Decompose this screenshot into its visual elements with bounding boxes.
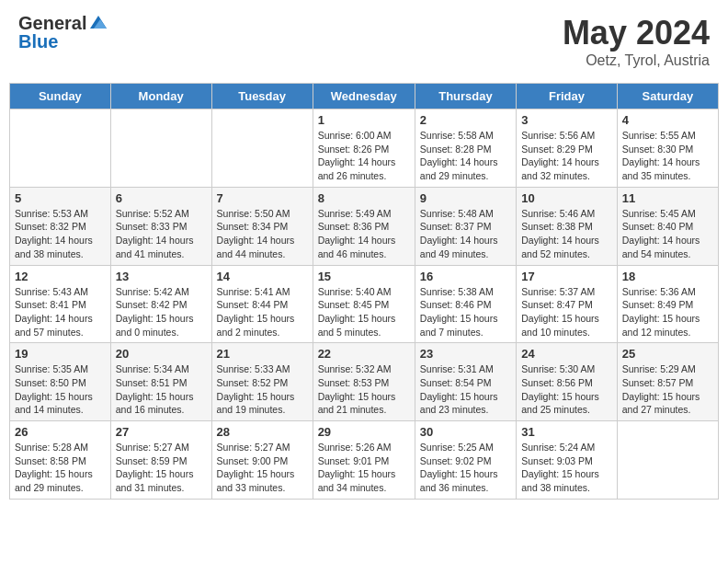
col-tuesday: Tuesday	[211, 84, 313, 109]
day-number: 11	[622, 191, 713, 205]
day-info: Sunrise: 5:24 AMSunset: 9:03 PMDaylight:…	[521, 441, 612, 495]
calendar-cell: 6Sunrise: 5:52 AMSunset: 8:33 PMDaylight…	[110, 187, 211, 265]
day-info: Sunrise: 5:28 AMSunset: 8:58 PMDaylight:…	[15, 441, 106, 495]
col-monday: Monday	[110, 84, 211, 109]
day-number: 20	[116, 347, 207, 361]
logo-icon	[88, 12, 108, 32]
calendar-cell	[10, 109, 111, 188]
day-info: Sunrise: 5:33 AMSunset: 8:52 PMDaylight:…	[217, 362, 308, 417]
calendar-cell: 25Sunrise: 5:29 AMSunset: 8:57 PMDayligh…	[617, 343, 718, 421]
day-info: Sunrise: 5:31 AMSunset: 8:54 PMDaylight:…	[420, 362, 511, 417]
day-number: 21	[217, 347, 308, 361]
day-info: Sunrise: 5:25 AMSunset: 9:02 PMDaylight:…	[420, 441, 511, 495]
day-number: 1	[318, 113, 410, 127]
calendar-cell: 30Sunrise: 5:25 AMSunset: 9:02 PMDayligh…	[415, 421, 516, 500]
title-section: May 2024 Oetz, Tyrol, Austria	[563, 14, 710, 69]
calendar-header-row: Sunday Monday Tuesday Wednesday Thursday…	[10, 84, 719, 109]
day-info: Sunrise: 5:45 AMSunset: 8:40 PMDaylight:…	[622, 207, 713, 261]
day-info: Sunrise: 5:58 AMSunset: 8:28 PMDaylight:…	[420, 129, 511, 183]
day-number: 23	[420, 347, 511, 361]
day-number: 10	[521, 191, 612, 205]
calendar-cell: 27Sunrise: 5:27 AMSunset: 8:59 PMDayligh…	[110, 421, 211, 500]
day-info: Sunrise: 6:00 AMSunset: 8:26 PMDaylight:…	[318, 129, 410, 183]
day-number: 31	[521, 425, 612, 439]
calendar-week-row: 19Sunrise: 5:35 AMSunset: 8:50 PMDayligh…	[10, 343, 719, 421]
day-info: Sunrise: 5:27 AMSunset: 8:59 PMDaylight:…	[116, 441, 207, 495]
day-info: Sunrise: 5:50 AMSunset: 8:34 PMDaylight:…	[217, 207, 308, 261]
day-info: Sunrise: 5:52 AMSunset: 8:33 PMDaylight:…	[116, 207, 207, 261]
calendar-cell: 2Sunrise: 5:58 AMSunset: 8:28 PMDaylight…	[415, 109, 516, 188]
calendar-cell: 4Sunrise: 5:55 AMSunset: 8:30 PMDaylight…	[617, 109, 718, 188]
calendar-cell: 13Sunrise: 5:42 AMSunset: 8:42 PMDayligh…	[110, 265, 211, 343]
day-number: 12	[15, 270, 106, 283]
logo-blue-text: Blue	[18, 32, 58, 51]
day-number: 13	[116, 270, 207, 283]
day-info: Sunrise: 5:38 AMSunset: 8:46 PMDaylight:…	[420, 285, 511, 339]
calendar-cell: 8Sunrise: 5:49 AMSunset: 8:36 PMDaylight…	[313, 187, 415, 265]
calendar-cell	[617, 421, 718, 500]
day-info: Sunrise: 5:56 AMSunset: 8:29 PMDaylight:…	[521, 129, 612, 183]
calendar-cell: 7Sunrise: 5:50 AMSunset: 8:34 PMDaylight…	[211, 187, 313, 265]
day-info: Sunrise: 5:26 AMSunset: 9:01 PMDaylight:…	[318, 441, 410, 495]
calendar-week-row: 26Sunrise: 5:28 AMSunset: 8:58 PMDayligh…	[10, 421, 719, 500]
calendar-cell: 24Sunrise: 5:30 AMSunset: 8:56 PMDayligh…	[517, 343, 618, 421]
calendar-cell: 22Sunrise: 5:32 AMSunset: 8:53 PMDayligh…	[313, 343, 415, 421]
calendar-cell: 16Sunrise: 5:38 AMSunset: 8:46 PMDayligh…	[415, 265, 516, 343]
day-info: Sunrise: 5:43 AMSunset: 8:41 PMDaylight:…	[15, 285, 106, 339]
day-number: 5	[15, 191, 106, 205]
day-number: 19	[15, 347, 106, 361]
day-info: Sunrise: 5:46 AMSunset: 8:38 PMDaylight:…	[521, 207, 612, 261]
calendar-cell: 26Sunrise: 5:28 AMSunset: 8:58 PMDayligh…	[10, 421, 111, 500]
day-info: Sunrise: 5:48 AMSunset: 8:37 PMDaylight:…	[420, 207, 511, 261]
day-info: Sunrise: 5:55 AMSunset: 8:30 PMDaylight:…	[622, 129, 713, 183]
logo-general-text: General	[18, 14, 86, 32]
day-number: 7	[217, 191, 308, 205]
day-number: 26	[15, 425, 106, 439]
day-number: 9	[420, 191, 511, 205]
day-number: 6	[116, 191, 207, 205]
day-number: 4	[622, 113, 713, 127]
calendar-table: Sunday Monday Tuesday Wednesday Thursday…	[9, 83, 719, 500]
day-info: Sunrise: 5:36 AMSunset: 8:49 PMDaylight:…	[622, 285, 713, 339]
day-number: 3	[521, 113, 612, 127]
calendar-cell: 11Sunrise: 5:45 AMSunset: 8:40 PMDayligh…	[617, 187, 718, 265]
day-number: 28	[217, 425, 308, 439]
day-number: 27	[116, 425, 207, 439]
calendar-cell: 18Sunrise: 5:36 AMSunset: 8:49 PMDayligh…	[617, 265, 718, 343]
day-number: 24	[521, 347, 612, 361]
day-info: Sunrise: 5:30 AMSunset: 8:56 PMDaylight:…	[521, 362, 612, 417]
calendar-cell: 10Sunrise: 5:46 AMSunset: 8:38 PMDayligh…	[517, 187, 618, 265]
day-number: 30	[420, 425, 511, 439]
day-info: Sunrise: 5:42 AMSunset: 8:42 PMDaylight:…	[116, 285, 207, 339]
day-info: Sunrise: 5:49 AMSunset: 8:36 PMDaylight:…	[318, 207, 410, 261]
day-number: 8	[318, 191, 410, 205]
calendar-cell: 15Sunrise: 5:40 AMSunset: 8:45 PMDayligh…	[313, 265, 415, 343]
day-info: Sunrise: 5:34 AMSunset: 8:51 PMDaylight:…	[116, 362, 207, 417]
col-wednesday: Wednesday	[313, 84, 415, 109]
day-number: 22	[318, 347, 410, 361]
calendar-cell: 14Sunrise: 5:41 AMSunset: 8:44 PMDayligh…	[211, 265, 313, 343]
day-number: 16	[420, 270, 511, 283]
location-subtitle: Oetz, Tyrol, Austria	[563, 52, 710, 69]
calendar-cell: 1Sunrise: 6:00 AMSunset: 8:26 PMDaylight…	[313, 109, 415, 188]
calendar-cell: 28Sunrise: 5:27 AMSunset: 9:00 PMDayligh…	[211, 421, 313, 500]
calendar-cell: 9Sunrise: 5:48 AMSunset: 8:37 PMDaylight…	[415, 187, 516, 265]
calendar-week-row: 1Sunrise: 6:00 AMSunset: 8:26 PMDaylight…	[10, 109, 719, 188]
day-number: 17	[521, 270, 612, 283]
day-info: Sunrise: 5:35 AMSunset: 8:50 PMDaylight:…	[15, 362, 106, 417]
day-number: 25	[622, 347, 713, 361]
day-number: 15	[318, 270, 410, 283]
calendar-week-row: 5Sunrise: 5:53 AMSunset: 8:32 PMDaylight…	[10, 187, 719, 265]
month-year-title: May 2024	[563, 14, 710, 52]
col-saturday: Saturday	[617, 84, 718, 109]
calendar-cell: 29Sunrise: 5:26 AMSunset: 9:01 PMDayligh…	[313, 421, 415, 500]
day-info: Sunrise: 5:29 AMSunset: 8:57 PMDaylight:…	[622, 362, 713, 417]
logo: General Blue	[18, 14, 108, 51]
calendar-cell	[110, 109, 211, 188]
day-number: 18	[622, 270, 713, 283]
calendar-cell: 5Sunrise: 5:53 AMSunset: 8:32 PMDaylight…	[10, 187, 111, 265]
calendar-cell	[211, 109, 313, 188]
calendar-cell: 19Sunrise: 5:35 AMSunset: 8:50 PMDayligh…	[10, 343, 111, 421]
calendar-cell: 20Sunrise: 5:34 AMSunset: 8:51 PMDayligh…	[110, 343, 211, 421]
calendar-cell: 23Sunrise: 5:31 AMSunset: 8:54 PMDayligh…	[415, 343, 516, 421]
